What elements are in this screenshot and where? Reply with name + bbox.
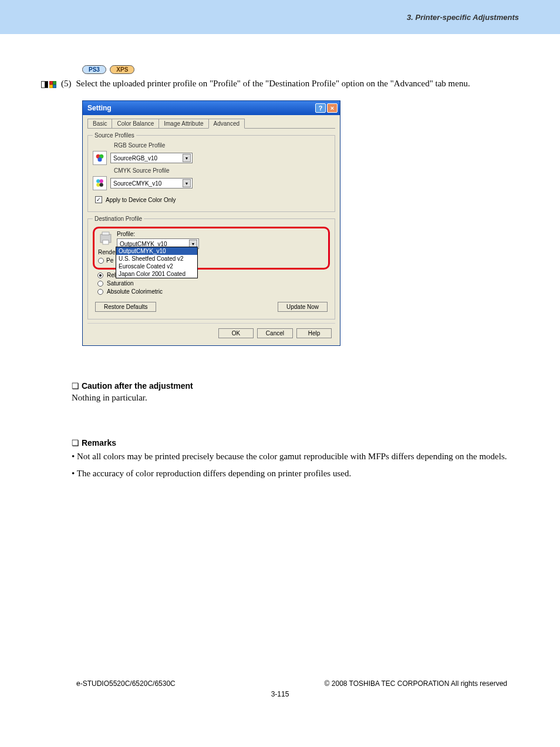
profile-dropdown-list[interactable]: OutputCMYK_v10 U.S. Sheetfed Coated v2 E… bbox=[116, 247, 198, 278]
titlebar: Setting ? × bbox=[83, 101, 340, 115]
cancel-button[interactable]: Cancel bbox=[257, 328, 293, 338]
absolute-colorimetric-radio[interactable]: Absolute Colorimetric bbox=[97, 288, 330, 295]
page-number: 3-115 bbox=[41, 690, 519, 698]
saturation-radio[interactable]: Saturation bbox=[97, 280, 330, 287]
page-header: 3. Printer-specific Adjustments bbox=[0, 0, 560, 34]
tab-basic[interactable]: Basic bbox=[87, 119, 112, 128]
color-quad-icon bbox=[49, 81, 56, 88]
dropdown-option[interactable]: Euroscale Coated v2 bbox=[116, 263, 197, 270]
cmyk-source-label: CMYK Source Profile bbox=[114, 167, 330, 174]
perceptual-radio-truncated[interactable]: Pe bbox=[98, 257, 113, 264]
svg-point-4 bbox=[100, 179, 103, 183]
svg-point-3 bbox=[96, 179, 100, 183]
dialog-screenshot: Setting ? × Basic Color Balance Image At… bbox=[82, 100, 519, 346]
update-now-button[interactable]: Update Now bbox=[278, 302, 328, 312]
dropdown-option[interactable]: U.S. Sheetfed Coated v2 bbox=[116, 255, 197, 263]
dialog-title: Setting bbox=[87, 104, 112, 112]
step-line: (5) Select the uploaded printer profile … bbox=[41, 79, 519, 89]
svg-point-5 bbox=[96, 183, 100, 187]
radio-icon bbox=[98, 258, 104, 264]
dropdown-option[interactable]: OutputCMYK_v10 bbox=[116, 247, 197, 255]
cmyk-source-row: SourceCMYK_v10 ▼ bbox=[93, 176, 330, 190]
svg-point-2 bbox=[97, 157, 102, 161]
svg-rect-8 bbox=[102, 232, 109, 235]
chevron-down-icon: ▼ bbox=[183, 179, 191, 187]
destination-profile-legend: Destination Profile bbox=[93, 216, 144, 222]
apply-device-color-checkbox[interactable]: ✓ Apply to Device Color Only bbox=[95, 196, 330, 203]
source-profiles-legend: Source Profiles bbox=[93, 132, 136, 139]
help-icon[interactable]: ? bbox=[315, 103, 326, 113]
destination-profile-group: Destination Profile Profile: OutputCMYK_… bbox=[87, 216, 335, 319]
footer-copyright: © 2008 TOSHIBA TEC CORPORATION All right… bbox=[325, 679, 507, 688]
badge-row: PS3 XPS bbox=[41, 63, 519, 74]
xps-badge: XPS bbox=[110, 65, 134, 74]
tab-strip: Basic Color Balance Image Attribute Adva… bbox=[87, 119, 335, 129]
step-icons bbox=[41, 81, 56, 88]
rgb-source-select[interactable]: SourceRGB_v10 ▼ bbox=[110, 153, 193, 163]
svg-rect-9 bbox=[103, 240, 109, 244]
help-button[interactable]: Help bbox=[296, 328, 332, 338]
remarks-item: • The accuracy of color reproduction dif… bbox=[72, 467, 519, 480]
svg-point-6 bbox=[100, 183, 103, 187]
restore-defaults-button[interactable]: Restore Defaults bbox=[95, 302, 156, 312]
tab-color-balance[interactable]: Color Balance bbox=[112, 119, 159, 128]
printer-icon bbox=[98, 231, 113, 246]
close-icon[interactable]: × bbox=[327, 103, 338, 113]
remarks-heading: Remarks bbox=[72, 438, 519, 447]
rgb-source-row: SourceRGB_v10 ▼ bbox=[93, 151, 330, 165]
caution-body: Nothing in particular. bbox=[72, 393, 519, 403]
cmyk-color-icon bbox=[93, 176, 107, 190]
checkbox-icon: ✓ bbox=[95, 196, 102, 203]
setting-dialog: Setting ? × Basic Color Balance Image At… bbox=[82, 100, 340, 346]
caution-heading: Caution after the adjustment bbox=[72, 381, 519, 391]
cmyk-source-select[interactable]: SourceCMYK_v10 ▼ bbox=[110, 178, 193, 189]
step-number: (5) bbox=[61, 79, 72, 89]
profile-label: Profile: bbox=[117, 231, 325, 237]
remarks-list: • Not all colors may be printed precisel… bbox=[72, 450, 519, 480]
radio-icon bbox=[97, 281, 103, 287]
radio-icon bbox=[97, 289, 103, 295]
highlighted-profile-area: Profile: OutputCMYK_v10 ▼ Renderi bbox=[93, 227, 330, 270]
source-profiles-group: Source Profiles RGB Source Profile Sourc… bbox=[87, 132, 335, 212]
chapter-title: 3. Printer-specific Adjustments bbox=[407, 13, 519, 22]
step-text: Select the uploaded printer profile on "… bbox=[76, 79, 470, 89]
ok-button[interactable]: OK bbox=[218, 328, 254, 338]
footer-model: e-STUDIO5520C/6520C/6530C bbox=[76, 679, 176, 688]
rgb-source-label: RGB Source Profile bbox=[114, 142, 330, 149]
remarks-item: • Not all colors may be printed precisel… bbox=[72, 450, 519, 463]
page-footer: e-STUDIO5520C/6520C/6530C © 2008 TOSHIBA… bbox=[76, 679, 507, 688]
chevron-down-icon: ▼ bbox=[183, 154, 191, 162]
rgb-color-icon bbox=[93, 151, 107, 165]
dropdown-option[interactable]: Japan Color 2001 Coated bbox=[116, 270, 197, 278]
tab-advanced[interactable]: Advanced bbox=[208, 119, 245, 129]
ps3-badge: PS3 bbox=[82, 65, 106, 74]
radio-icon bbox=[97, 272, 103, 278]
half-square-icon bbox=[41, 81, 48, 88]
tab-image-attribute[interactable]: Image Attribute bbox=[158, 119, 208, 128]
page-body: PS3 XPS (5) Select the uploaded printer … bbox=[0, 34, 560, 698]
